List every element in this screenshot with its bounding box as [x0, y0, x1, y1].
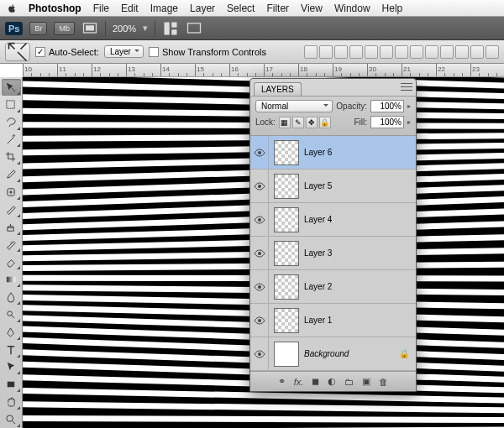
tool-preset-picker[interactable]	[5, 43, 30, 61]
lock-all-icon[interactable]: 🔒	[319, 117, 331, 128]
delete-layer-icon[interactable]: 🗑	[379, 377, 388, 387]
rectangle-tool[interactable]	[2, 376, 21, 393]
fill-field[interactable]: 100%	[370, 116, 404, 128]
menu-image[interactable]: Image	[150, 3, 178, 14]
healing-brush-tool[interactable]	[2, 184, 21, 201]
magic-wand-tool[interactable]	[2, 132, 21, 149]
auto-select-checkbox[interactable]: Auto-Select:	[35, 47, 99, 57]
zoom-level[interactable]: 200%	[113, 23, 136, 34]
layer-name[interactable]: Layer 2	[304, 282, 332, 291]
clone-stamp-tool[interactable]	[2, 219, 21, 236]
minibridge-button[interactable]: Mb	[54, 22, 75, 35]
bridge-button[interactable]: Br	[29, 22, 47, 35]
layer-name[interactable]: Layer 1	[304, 316, 332, 325]
menu-view[interactable]: View	[301, 3, 323, 14]
layer-row[interactable]: Background🔒	[250, 337, 416, 371]
layer-row[interactable]: Layer 4	[250, 203, 416, 237]
eyedropper-tool[interactable]	[2, 166, 21, 183]
layer-name[interactable]: Layer 4	[304, 215, 332, 224]
align-left-edges-icon[interactable]	[349, 45, 363, 59]
distribute-right-edges-icon[interactable]	[470, 45, 484, 59]
distribute-vertical-centers-icon[interactable]	[410, 45, 423, 59]
visibility-toggle-icon[interactable]	[250, 203, 269, 236]
blend-mode-dropdown[interactable]: Normal	[255, 100, 333, 112]
align-horizontal-centers-icon[interactable]	[365, 45, 378, 59]
menu-window[interactable]: Window	[334, 3, 370, 14]
apple-menu-icon[interactable]	[7, 3, 17, 13]
auto-align-icon[interactable]	[486, 45, 499, 59]
distribute-left-edges-icon[interactable]	[440, 45, 454, 59]
history-brush-tool[interactable]	[2, 237, 21, 253]
layers-panel[interactable]: LAYERS Normal Opacity: 100% ▸ Lock: ▦ ✎ …	[249, 78, 417, 392]
visibility-toggle-icon[interactable]	[250, 136, 269, 169]
screen-mode-icon-2[interactable]	[186, 21, 202, 36]
panel-flyout-menu-icon[interactable]	[401, 81, 412, 91]
menu-edit[interactable]: Edit	[121, 3, 139, 14]
align-vertical-centers-icon[interactable]	[319, 45, 333, 59]
gradient-tool[interactable]	[2, 271, 21, 288]
visibility-toggle-icon[interactable]	[250, 270, 269, 303]
opacity-field[interactable]: 100%	[370, 100, 404, 112]
layer-row[interactable]: Layer 5	[250, 170, 416, 203]
menu-layer[interactable]: Layer	[190, 3, 215, 14]
lock-transparency-icon[interactable]: ▦	[279, 117, 291, 128]
align-bottom-edges-icon[interactable]	[334, 45, 348, 59]
path-selection-tool[interactable]	[2, 359, 21, 376]
marquee-tool[interactable]	[2, 97, 21, 113]
layer-name[interactable]: Layer 3	[304, 248, 332, 258]
show-transform-controls-checkbox[interactable]: Show Transform Controls	[149, 47, 266, 57]
layer-name[interactable]: Layer 6	[304, 148, 332, 157]
blur-tool[interactable]	[2, 289, 21, 305]
new-layer-icon[interactable]: ▣	[362, 376, 370, 387]
layer-name[interactable]: Background	[304, 349, 349, 358]
brush-tool[interactable]	[2, 201, 21, 218]
menu-file[interactable]: File	[93, 3, 109, 14]
app-name[interactable]: Photoshop	[29, 3, 81, 14]
visibility-toggle-icon[interactable]	[250, 170, 269, 202]
layer-row[interactable]: Layer 2	[250, 270, 416, 304]
layer-thumbnail[interactable]	[274, 140, 299, 165]
align-right-edges-icon[interactable]	[380, 45, 393, 59]
layer-row[interactable]: Layer 1	[250, 304, 416, 337]
type-tool[interactable]	[2, 342, 21, 358]
layers-tab[interactable]: LAYERS	[254, 82, 302, 96]
layer-thumbnail[interactable]	[274, 207, 299, 232]
group-icon[interactable]: 🗀	[344, 377, 354, 387]
lock-pixels-icon[interactable]: ✎	[292, 117, 304, 128]
distribute-bottom-edges-icon[interactable]	[425, 45, 438, 59]
screen-mode-icon[interactable]	[81, 21, 98, 36]
layer-row[interactable]: Layer 6	[250, 136, 416, 170]
distribute-horizontal-centers-icon[interactable]	[455, 45, 469, 59]
layer-thumbnail[interactable]	[274, 308, 299, 333]
lock-position-icon[interactable]: ✥	[306, 117, 318, 128]
hand-tool[interactable]	[2, 394, 21, 410]
layer-row[interactable]: Layer 3	[250, 237, 416, 270]
eraser-tool[interactable]	[2, 253, 21, 270]
menu-select[interactable]: Select	[227, 3, 255, 14]
layer-thumbnail[interactable]	[274, 174, 299, 199]
layer-mask-icon[interactable]: ◼	[312, 376, 319, 387]
auto-select-target-dropdown[interactable]: Layer	[104, 45, 144, 58]
svg-rect-8	[7, 277, 15, 283]
layer-thumbnail[interactable]	[274, 342, 299, 367]
menu-filter[interactable]: Filter	[266, 3, 289, 14]
layer-thumbnail[interactable]	[274, 241, 299, 266]
dodge-tool[interactable]	[2, 306, 21, 323]
layer-style-icon[interactable]: fx.	[294, 377, 304, 387]
menu-help[interactable]: Help	[382, 3, 403, 14]
pen-tool[interactable]	[2, 324, 21, 341]
crop-tool[interactable]	[2, 149, 21, 165]
zoom-tool[interactable]	[2, 411, 21, 428]
distribute-top-edges-icon[interactable]	[395, 45, 408, 59]
visibility-toggle-icon[interactable]	[250, 237, 269, 269]
arrange-documents-icon[interactable]	[162, 21, 179, 36]
visibility-toggle-icon[interactable]	[250, 304, 269, 337]
align-top-edges-icon[interactable]	[304, 45, 318, 59]
layer-thumbnail[interactable]	[274, 274, 299, 300]
adjustment-layer-icon[interactable]: ◐	[328, 376, 336, 387]
visibility-toggle-icon[interactable]	[250, 337, 269, 370]
lasso-tool[interactable]	[2, 114, 21, 131]
layer-name[interactable]: Layer 5	[304, 181, 332, 191]
move-tool[interactable]	[2, 79, 21, 96]
link-layers-icon[interactable]: ⚭	[278, 376, 286, 387]
